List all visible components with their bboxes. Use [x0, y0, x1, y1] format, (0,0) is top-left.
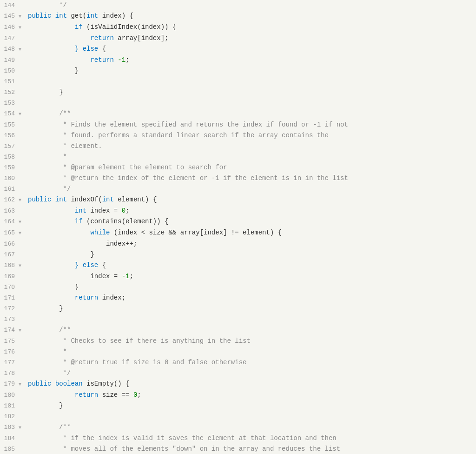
- code-token-group: if (contains(element)) {: [26, 216, 476, 227]
- code-token: [28, 45, 75, 53]
- line-number: 170: [0, 282, 19, 293]
- code-line: 181 }: [0, 401, 476, 411]
- code-token-group: return -1;: [26, 55, 476, 66]
- code-line: 179▼public boolean isEmpty() {: [0, 379, 476, 390]
- line-number: 151: [0, 76, 19, 87]
- code-token: isEmpty() {: [83, 380, 130, 387]
- code-token: * found. performs a standard linear sear…: [28, 132, 329, 139]
- fold-arrow-icon[interactable]: ▼: [19, 11, 26, 22]
- code-token-group: public int indexOf(int element) {: [26, 194, 476, 205]
- no-fold: [19, 147, 26, 148]
- line-number: 177: [0, 357, 19, 368]
- code-line: 149 return -1;: [0, 55, 476, 66]
- code-token: ;: [126, 207, 129, 214]
- code-line: 178 */: [0, 368, 476, 379]
- fold-arrow-icon[interactable]: ▼: [19, 260, 26, 271]
- code-token-group: *: [26, 347, 476, 357]
- code-token: {: [98, 45, 106, 53]
- code-token-group: return index;: [26, 293, 476, 303]
- no-fold: [19, 158, 26, 159]
- code-token-group: */: [26, 368, 476, 379]
- fold-arrow-icon[interactable]: ▼: [19, 216, 26, 227]
- fold-arrow-icon[interactable]: ▼: [19, 108, 26, 120]
- code-token: ;: [137, 391, 141, 399]
- code-token-group: /**: [26, 325, 476, 335]
- code-line: 152 }: [0, 87, 476, 98]
- line-number: 147: [0, 33, 19, 44]
- code-line: 162▼public int indexOf(int element) {: [0, 194, 476, 206]
- code-token: 0: [122, 207, 126, 214]
- line-number: 160: [0, 173, 19, 184]
- fold-arrow-icon[interactable]: ▼: [19, 22, 26, 33]
- code-token: }: [28, 402, 63, 409]
- no-fold: [19, 353, 26, 354]
- code-token: -1: [122, 273, 130, 280]
- code-line: 182: [0, 411, 476, 422]
- code-token: [114, 56, 118, 64]
- line-number: 171: [0, 293, 19, 303]
- no-fold: [19, 310, 26, 310]
- code-token: [28, 391, 75, 399]
- line-number: 152: [0, 87, 19, 98]
- code-line: 172 }: [0, 303, 476, 314]
- code-line: 183▼ /**: [0, 422, 476, 433]
- no-fold: [19, 342, 26, 343]
- no-fold: [19, 61, 26, 62]
- fold-arrow-icon[interactable]: ▼: [19, 379, 26, 390]
- code-token: ;: [126, 56, 129, 64]
- code-token: int: [55, 196, 67, 203]
- code-line: 160 * @return the index of the element o…: [0, 173, 476, 184]
- code-token: [51, 380, 55, 387]
- code-line: 173: [0, 314, 476, 325]
- code-token: [28, 207, 75, 214]
- code-line: 145▼public int get(int index) {: [0, 11, 476, 22]
- code-line: 174▼ /**: [0, 325, 476, 336]
- code-token: ;: [129, 273, 133, 280]
- line-number: 148: [0, 44, 19, 54]
- code-token: (isValidIndex(index)) {: [83, 23, 177, 31]
- line-number: 185: [0, 444, 19, 454]
- code-line: 177 * @return true if size is 0 and fals…: [0, 357, 476, 368]
- code-line: 147 return array[index];: [0, 33, 476, 44]
- no-fold: [19, 93, 26, 94]
- code-line: 171 return index;: [0, 293, 476, 303]
- no-fold: [19, 374, 26, 375]
- no-fold: [19, 212, 26, 213]
- code-token: (index < size && array[index] != element…: [110, 229, 282, 236]
- line-number: 182: [0, 411, 19, 422]
- no-fold: [19, 299, 26, 300]
- code-line: 167 }: [0, 249, 476, 260]
- code-token-group: index++;: [26, 239, 476, 249]
- code-token: int: [102, 196, 114, 203]
- code-token: index =: [28, 273, 122, 280]
- code-token-group: *: [26, 152, 476, 162]
- fold-arrow-icon[interactable]: ▼: [19, 194, 26, 206]
- code-token: /**: [59, 423, 71, 431]
- line-number: 179: [0, 379, 19, 389]
- line-number: 174: [0, 325, 19, 335]
- code-line: 159 * @param element the element to sear…: [0, 162, 476, 173]
- fold-arrow-icon[interactable]: ▼: [19, 325, 26, 336]
- code-token-group: }: [26, 66, 476, 76]
- line-number: 150: [0, 66, 19, 76]
- no-fold: [19, 407, 26, 407]
- code-token: [28, 34, 90, 42]
- fold-arrow-icon[interactable]: ▼: [19, 422, 26, 433]
- code-token-group: /**: [26, 422, 476, 433]
- code-token: array[index];: [114, 34, 169, 42]
- code-token-group: int index = 0;: [26, 206, 476, 216]
- line-number: 181: [0, 401, 19, 411]
- line-number: 175: [0, 336, 19, 347]
- code-token: public: [28, 196, 51, 203]
- code-token: return: [75, 294, 98, 301]
- code-token: return: [90, 34, 113, 42]
- code-token-group: public boolean isEmpty() {: [26, 379, 476, 389]
- line-number: 172: [0, 303, 19, 314]
- line-number: 173: [0, 314, 19, 325]
- code-token: index =: [86, 207, 122, 214]
- fold-arrow-icon[interactable]: ▼: [19, 227, 26, 239]
- fold-arrow-icon[interactable]: ▼: [19, 44, 26, 55]
- line-number: 167: [0, 249, 19, 260]
- code-line: 180 return size == 0;: [0, 390, 476, 401]
- no-fold: [19, 418, 26, 418]
